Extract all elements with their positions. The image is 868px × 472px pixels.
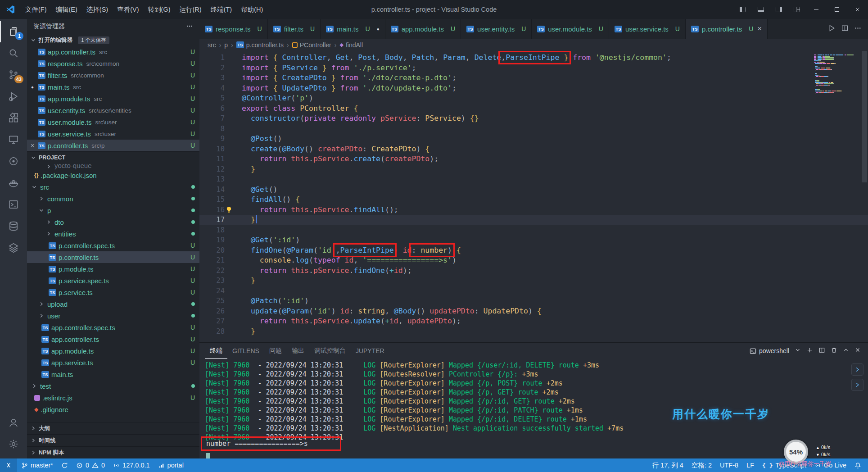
code-line[interactable]: 3import { CreatePDto } from './dto/creat… [199,73,868,83]
breadcrumb-item[interactable]: p [224,41,228,49]
tree-item[interactable]: common [27,193,199,204]
open-editors-header[interactable]: 打开的编辑器 1 个未保存 [27,34,199,46]
indentation-status[interactable]: 空格: 2 [687,458,716,472]
tree-item[interactable]: TSp.controller.tsU [27,251,199,263]
panel-tab[interactable]: JUPYTER [351,343,389,359]
shell-selector[interactable]: powershell [750,347,789,354]
toggle-secondary-sidebar-icon[interactable] [770,0,788,19]
tree-item[interactable]: TSapp.controller.tsU [27,333,199,345]
code-line[interactable]: 2import { PService } from './p.service'; [199,63,868,73]
editor-tab[interactable]: TSmain.tsU● [321,19,385,39]
code-line[interactable]: 17 } [199,215,868,225]
tree-item[interactable]: {}.package-lock.json [27,169,199,181]
tree-item[interactable]: TSapp.service.tsU [27,357,199,368]
tree-item[interactable]: dto [27,216,199,228]
menu-item[interactable]: 选择(S) [82,0,113,19]
tree-item[interactable]: entities [27,228,199,240]
menu-item[interactable]: 转到(G) [144,0,175,19]
panel-float-button-up[interactable] [851,363,863,376]
cursor-position[interactable]: 行 17, 列 4 [648,458,687,472]
code-line[interactable]: 28 } [199,327,868,337]
open-editor-item[interactable]: ×TSp.controller.tssrc\pU [27,140,199,151]
activity-accounts[interactable] [0,412,27,433]
activity-search[interactable] [0,42,27,64]
activity-live-share[interactable] [0,150,27,172]
editor-tab[interactable]: TSfilter.tsU [268,19,321,39]
tree-item[interactable]: .eslintrc.jsU [27,392,199,404]
tree-item[interactable]: yocto-queue [27,163,199,169]
tree-item[interactable]: ◆.gitignore [27,404,199,415]
split-editor-icon[interactable] [841,24,849,34]
code-line[interactable]: 6export class PController { [199,104,868,114]
activity-layers[interactable] [0,237,27,259]
sidebar-section[interactable]: 时间线 [27,434,199,446]
sync-button[interactable] [57,458,72,472]
activity-explorer[interactable]: 1 [0,21,27,42]
breadcrumb-item[interactable]: src [208,41,216,49]
open-editor-item[interactable]: ●TSmain.tssrcU [27,81,199,93]
minimap[interactable] [814,54,854,95]
panel-tab[interactable]: 问题 [264,343,287,359]
open-editor-item[interactable]: TSapp.module.tssrcU [27,93,199,104]
split-terminal-icon[interactable] [818,347,825,355]
tree-item[interactable]: TSapp.module.tsU [27,345,199,357]
code-line[interactable]: 1import { Controller, Get, Post, Body, P… [199,53,868,63]
tree-item[interactable]: p [27,204,199,216]
menu-item[interactable]: 终端(T) [206,0,237,19]
open-editor-item[interactable]: TSapp.controller.tssrcU [27,46,199,58]
code-line[interactable]: 23 } [199,276,868,286]
toggle-sidebar-icon[interactable] [734,0,752,19]
vscode-logo-icon[interactable] [0,5,21,14]
project-section-header[interactable]: PROJECT [27,151,199,163]
close-icon[interactable]: × [27,142,38,149]
close-icon[interactable]: × [757,24,762,33]
maximize-button[interactable] [827,0,847,19]
code-line[interactable]: 13 [199,174,868,185]
editor-tab[interactable]: TSapp.module.tsU [385,19,461,39]
panel-tab[interactable]: 终端 [205,343,227,359]
eol-status[interactable]: LF [742,458,758,472]
code-line[interactable]: 26 update(@Param('id') id: string, @Body… [199,306,868,317]
portal-status[interactable]: portal [154,458,188,472]
code-line[interactable]: 16 return this.pService.findAll(); [199,205,868,215]
sidebar-section[interactable]: 大纲 [27,422,199,434]
close-button[interactable] [847,0,868,19]
more-actions-icon[interactable] [186,23,193,31]
code-line[interactable]: 12 } [199,164,868,175]
code-line[interactable]: 22 return this.pService.findOne(+id); [199,266,868,276]
notifications-bell-icon[interactable] [850,458,865,472]
code-line[interactable]: 11 return this.pService.create(createPDt… [199,154,868,164]
tree-item[interactable]: TSp.service.tsU [27,286,199,298]
maximize-panel-icon[interactable] [843,347,849,355]
code-line[interactable]: 21 console.log(typeof id, '=============… [199,255,868,266]
remote-indicator[interactable] [0,458,17,472]
close-panel-icon[interactable] [854,347,861,355]
encoding-status[interactable]: UTF-8 [716,458,742,472]
tree-item[interactable]: user [27,310,199,322]
menu-item[interactable]: 查看(V) [113,0,143,19]
panel-tab[interactable]: 输出 [287,343,309,359]
code-line[interactable]: 24 [199,286,868,296]
menu-item[interactable]: 运行(R) [175,0,206,19]
menu-item[interactable]: 编辑(E) [51,0,82,19]
code-line[interactable]: 14 @Get() [199,185,868,195]
code-editor[interactable]: 1import { Controller, Get, Post, Body, P… [199,51,868,342]
tree-item[interactable]: test [27,380,199,392]
breadcrumb-item[interactable]: PController [292,41,331,49]
more-actions-icon[interactable] [854,24,862,34]
open-editor-item[interactable]: TSuser.service.tssrc\userU [27,128,199,140]
tree-item[interactable]: TSmain.ts [27,368,199,380]
code-line[interactable]: 8 [199,124,868,134]
toggle-panel-icon[interactable] [752,0,770,19]
breadcrumb-item[interactable]: ◆findAll [339,41,363,49]
code-line[interactable]: 19 @Get(':id') [199,235,868,245]
run-code-icon[interactable] [828,24,836,34]
code-line[interactable]: 9 @Post() [199,134,868,144]
code-line[interactable]: 25 @Patch(':id') [199,296,868,306]
panel-tab[interactable]: 调试控制台 [309,343,351,359]
activity-source-control[interactable]: 43 [0,64,27,86]
open-editor-item[interactable]: TSfilter.tssrc\commonU [27,69,199,81]
menu-item[interactable]: 帮助(H) [236,0,267,19]
breadcrumb-item[interactable]: TSp.controller.ts [236,41,284,49]
menu-item[interactable]: 文件(F) [21,0,51,19]
